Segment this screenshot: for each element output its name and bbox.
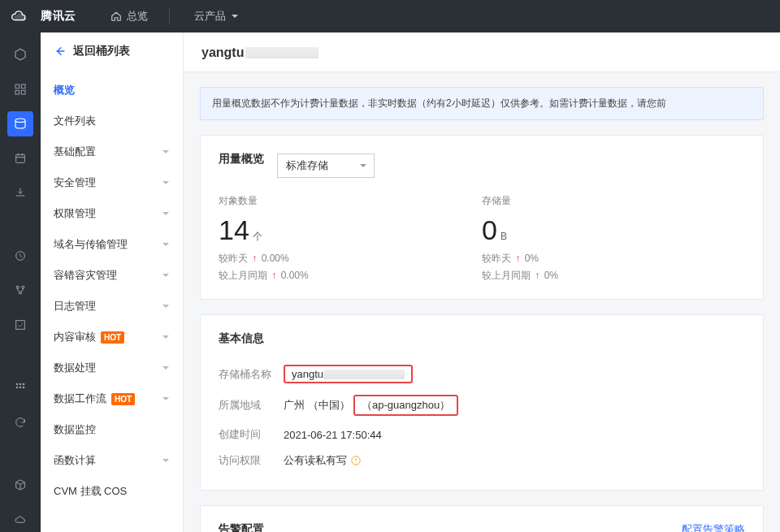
sidebar-item-13[interactable]: CVM 挂载 COS (41, 476, 183, 507)
rail-item-apps[interactable] (7, 375, 33, 400)
info-icon[interactable] (350, 455, 362, 466)
svg-point-7 (16, 383, 19, 386)
sidebar-item-label: CVM 挂载 COS (54, 484, 127, 499)
home-icon (110, 11, 122, 22)
rail-item-check[interactable] (7, 313, 33, 338)
sidebar-item-label: 文件列表 (54, 114, 96, 128)
svg-rect-4 (16, 154, 25, 162)
logo-icon (10, 7, 28, 25)
brand-name: 腾讯云 (41, 9, 76, 24)
svg-point-11 (20, 387, 22, 389)
back-to-buckets[interactable]: 返回桶列表 (41, 32, 183, 68)
chevron-down-icon (162, 395, 170, 403)
highlight-bucket-name: yangtu (284, 365, 413, 383)
svg-rect-0 (15, 84, 20, 89)
rail-item-box[interactable] (7, 473, 33, 498)
chevron-down-icon (162, 179, 170, 187)
sidebar-item-12[interactable]: 函数计算 (41, 445, 183, 476)
bucket-name: yangtu (202, 45, 318, 60)
highlight-region-code: （ap-guangzhou） (353, 395, 458, 416)
sidebar-item-1[interactable]: 文件列表 (41, 106, 183, 136)
chevron-down-icon (162, 210, 170, 218)
sidebar-item-label: 数据工作流 (54, 391, 106, 406)
nav-overview[interactable]: 总览 (106, 0, 153, 32)
sidebar-item-5[interactable]: 域名与传输管理 (41, 229, 183, 260)
svg-point-8 (20, 383, 22, 386)
svg-point-10 (16, 387, 19, 389)
sidebar-item-10[interactable]: 数据工作流HOT (41, 383, 183, 414)
page-header: yangtu (184, 32, 780, 72)
usage-card: 用量概览 标准存储 对象数量 14个 较昨天 ↑ 0.00% 较上月同期 ↑ 0… (200, 135, 764, 300)
rail-item-calendar[interactable] (7, 146, 33, 171)
stat-storage: 存储量 0B 较昨天 ↑ 0% 较上月同期 ↑ 0% (482, 194, 745, 283)
sidebar-item-label: 权限管理 (54, 206, 96, 221)
hot-tag: HOT (111, 393, 135, 405)
up-icon: ↑ (515, 253, 520, 264)
chevron-down-icon (162, 333, 170, 341)
hot-tag: HOT (101, 331, 124, 344)
rail-item-refresh[interactable] (7, 410, 33, 435)
sidebar-item-8[interactable]: 内容审核HOT (41, 322, 183, 353)
sidebar-item-label: 基础配置 (54, 145, 96, 159)
sidebar-item-label: 安全管理 (54, 175, 96, 190)
sidebar-item-6[interactable]: 容错容灾管理 (41, 260, 183, 291)
chevron-down-icon (162, 302, 170, 310)
usage-title: 用量概览 (219, 152, 264, 167)
alert-config-card: 告警配置 配置告警策略 (200, 505, 764, 532)
chevron-down-icon (231, 12, 239, 20)
rail-item-grid[interactable] (7, 77, 33, 102)
rail-item-download[interactable] (7, 180, 33, 205)
nav-divider (169, 8, 170, 24)
redacted (245, 47, 318, 58)
rail-item-workflow[interactable] (7, 278, 33, 303)
sidebar-item-3[interactable]: 安全管理 (41, 167, 183, 198)
sidebar-item-label: 概览 (54, 83, 75, 97)
arrow-left-icon (54, 45, 67, 58)
tip-bar: 用量概览数据不作为计费计量数据，非实时数据（约有2小时延迟）仅供参考。如需计费计… (200, 87, 764, 120)
sidebar-item-0[interactable]: 概览 (41, 75, 183, 106)
access-permission: 公有读私有写 (284, 453, 362, 468)
svg-rect-3 (21, 90, 25, 94)
basic-info-title: 基本信息 (219, 331, 745, 346)
up-icon: ↑ (252, 253, 257, 264)
sidebar-item-label: 数据处理 (54, 361, 96, 375)
sidebar-item-label: 容错容灾管理 (54, 268, 117, 283)
svg-point-9 (23, 383, 25, 386)
content: yangtu 用量概览数据不作为计费计量数据，非实时数据（约有2小时延迟）仅供参… (184, 32, 780, 532)
stat-object-count: 对象数量 14个 较昨天 ↑ 0.00% 较上月同期 ↑ 0.00% (219, 194, 482, 283)
svg-rect-1 (21, 84, 25, 89)
sidebar: 返回桶列表 概览文件列表基础配置安全管理权限管理域名与传输管理容错容灾管理日志管… (41, 32, 184, 532)
basic-info-card: 基本信息 存储桶名称 yangtu 所属地域 广州 （中国） (200, 314, 764, 491)
icon-rail (0, 32, 41, 532)
chevron-down-icon (162, 240, 170, 249)
sidebar-item-2[interactable]: 基础配置 (41, 136, 183, 167)
svg-point-12 (23, 387, 25, 389)
redacted (323, 370, 405, 379)
sidebar-item-9[interactable]: 数据处理 (41, 353, 183, 383)
sidebar-item-label: 日志管理 (54, 299, 96, 314)
chevron-down-icon (162, 364, 170, 372)
sidebar-item-label: 域名与传输管理 (54, 237, 128, 252)
storage-class-select[interactable]: 标准存储 (277, 154, 375, 178)
svg-rect-2 (15, 90, 20, 94)
rail-item-hex[interactable] (7, 42, 33, 67)
configure-alert-link[interactable]: 配置告警策略 (682, 522, 745, 532)
sidebar-item-label: 数据监控 (54, 422, 96, 437)
sidebar-item-4[interactable]: 权限管理 (41, 198, 183, 229)
alert-title: 告警配置 (219, 522, 264, 532)
rail-item-clock[interactable] (7, 244, 33, 269)
up-icon: ↑ (271, 270, 276, 281)
nav-products[interactable]: 云产品 (189, 0, 244, 32)
top-nav: 腾讯云 总览 云产品 (0, 0, 780, 32)
chevron-down-icon (162, 271, 170, 279)
chevron-down-icon (162, 148, 170, 156)
sidebar-item-11[interactable]: 数据监控 (41, 414, 183, 445)
sidebar-item-7[interactable]: 日志管理 (41, 291, 183, 322)
rail-item-cloud[interactable] (7, 508, 33, 532)
up-icon: ↑ (535, 270, 540, 281)
sidebar-item-label: 函数计算 (54, 453, 96, 468)
rail-item-storage[interactable] (7, 111, 33, 136)
chevron-down-icon (162, 456, 170, 465)
sidebar-item-label: 内容审核 (54, 330, 96, 344)
